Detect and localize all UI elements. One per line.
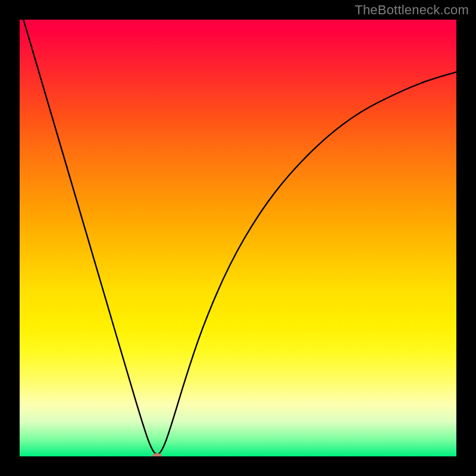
optimal-point-marker bbox=[152, 453, 162, 456]
bottleneck-curve bbox=[20, 20, 456, 456]
chart-plot-area bbox=[20, 20, 456, 456]
watermark-text: TheBottleneck.com bbox=[355, 2, 469, 18]
